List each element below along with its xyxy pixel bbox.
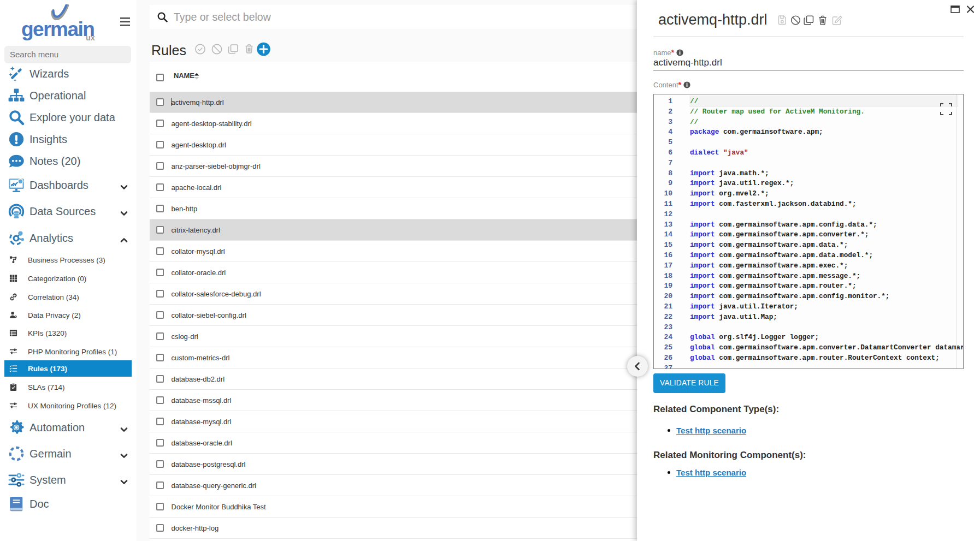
svg-text:ux: ux [86, 33, 95, 42]
svg-text:germain: germain [21, 18, 94, 40]
